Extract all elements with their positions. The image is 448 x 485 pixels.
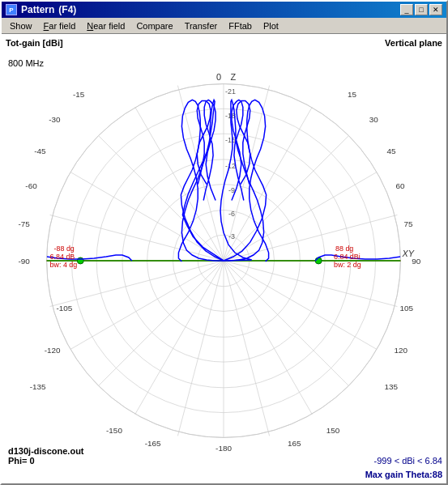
phi-value: Phi= 0	[8, 456, 35, 466]
maxgain-label: Max gain Theta:88	[365, 470, 442, 479]
range-label: -999 < dBi < 6.84	[374, 456, 442, 466]
svg-text:-88 dg: -88 dg	[54, 245, 75, 253]
svg-text:-60: -60	[25, 181, 37, 190]
svg-text:bw: 2 dg: bw: 2 dg	[334, 261, 361, 269]
window-shortcut: (F4)	[58, 4, 76, 15]
svg-text:-6: -6	[228, 210, 235, 218]
menu-nearfield[interactable]: Near field	[82, 19, 130, 32]
svg-text:-21: -21	[225, 87, 236, 96]
svg-text:120: 120	[394, 346, 407, 355]
titlebar-left: P Pattern (F4)	[6, 4, 76, 15]
minimize-button[interactable]: _	[400, 4, 413, 15]
svg-text:6.84 dBi: 6.84 dBi	[334, 253, 361, 261]
main-window: P Pattern (F4) _ □ ✕ Show Far field Near…	[0, 0, 448, 485]
menu-fftab[interactable]: FFtab	[224, 19, 257, 32]
svg-text:-30: -30	[49, 115, 61, 124]
svg-text:150: 150	[326, 426, 340, 435]
svg-text:-45: -45	[34, 147, 46, 155]
svg-text:Z: Z	[231, 72, 237, 82]
titlebar-buttons: _ □ ✕	[400, 4, 442, 15]
svg-text:-120: -120	[45, 346, 61, 355]
menu-transfer[interactable]: Transfer	[180, 19, 223, 32]
svg-text:60: 60	[395, 181, 405, 190]
svg-text:45: 45	[387, 147, 397, 155]
svg-text:-15: -15	[225, 136, 236, 144]
menu-show[interactable]: Show	[5, 19, 37, 32]
svg-text:-75: -75	[18, 219, 30, 228]
polar-chart: 0 Z -90 -75 -60 -45 -30 -15 90 75 60 45 …	[2, 34, 446, 483]
titlebar: P Pattern (F4) _ □ ✕	[2, 2, 446, 18]
svg-text:165: 165	[288, 439, 301, 448]
menu-compare[interactable]: Compare	[131, 19, 177, 32]
menu-plot[interactable]: Plot	[258, 19, 284, 32]
menu-farfield[interactable]: Far field	[39, 19, 81, 32]
svg-text:135: 135	[385, 382, 399, 391]
svg-text:-105: -105	[57, 304, 73, 313]
window-title: Pattern	[21, 4, 54, 15]
svg-text:15: 15	[348, 90, 357, 99]
menubar: Show Far field Near field Compare Transf…	[2, 18, 446, 34]
svg-text:6.84 dB: 6.84 dB	[50, 253, 75, 261]
svg-text:-90: -90	[18, 257, 30, 266]
svg-text:XY: XY	[401, 249, 414, 258]
svg-point-67	[315, 257, 322, 264]
app-icon: P	[6, 4, 17, 15]
chart-content: Tot-gain [dBi] Vertical plane 800 MHz	[2, 34, 446, 483]
svg-text:-135: -135	[30, 382, 46, 391]
svg-text:30: 30	[369, 115, 379, 124]
range-value: -999 < dBi < 6.84	[374, 456, 442, 466]
svg-text:88 dg: 88 dg	[335, 245, 353, 253]
svg-text:-9: -9	[228, 186, 235, 194]
maximize-button[interactable]: □	[415, 4, 428, 15]
svg-text:0: 0	[216, 72, 221, 82]
phi-label: d130j-discone.out Phi= 0	[8, 446, 84, 466]
filename-label: d130j-discone.out	[8, 446, 84, 456]
svg-text:75: 75	[403, 219, 413, 228]
close-button[interactable]: ✕	[429, 4, 442, 15]
svg-text:-3: -3	[228, 232, 235, 240]
svg-text:-180: -180	[215, 444, 232, 453]
svg-text:105: 105	[399, 304, 413, 313]
svg-text:-15: -15	[73, 90, 85, 99]
svg-text:-165: -165	[145, 439, 161, 448]
svg-text:bw: 4 dg: bw: 4 dg	[50, 261, 78, 269]
svg-text:-150: -150	[106, 426, 122, 435]
